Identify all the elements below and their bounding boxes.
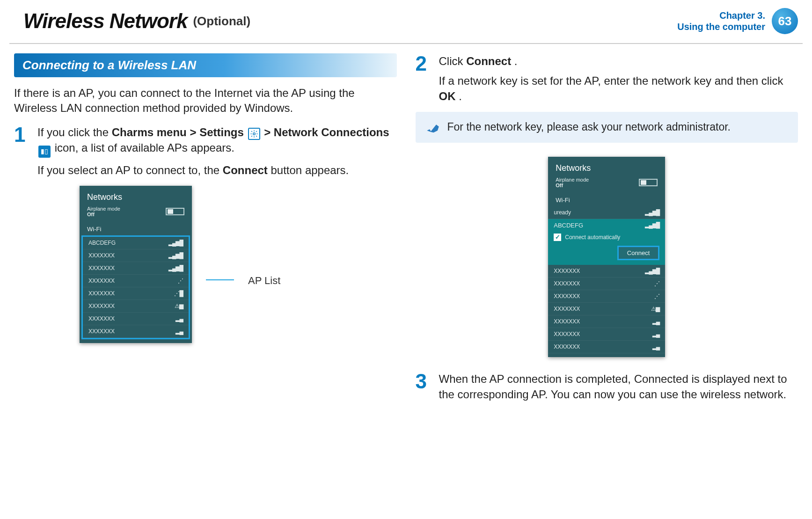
ap-row[interactable]: XXXXXXX▂▄ — [548, 341, 665, 353]
settings-label: Settings — [199, 126, 244, 139]
ap-name: XXXXXXX — [554, 306, 580, 312]
ap-selected-block: ABCDEFG ▂▄▆█ ✓ Connect automatically Con… — [548, 219, 665, 265]
step-1-body: If you click the Charms menu > Settings … — [37, 124, 397, 178]
step-1-line2-b: button appears. — [271, 164, 349, 176]
selected-ap-name: ABCDEFG — [554, 222, 583, 229]
note-box: For the network key, please ask your net… — [416, 112, 798, 143]
step-2-number: 2 — [416, 53, 432, 104]
signal-icon: ▂▄ — [652, 344, 660, 350]
ap-row[interactable]: XXXXXXX⋰ — [83, 275, 189, 287]
charms-menu-label: Charms menu — [112, 126, 187, 139]
ap-row[interactable]: XXXXXXX⚠▆ — [83, 300, 189, 313]
airplane-mode-toggle[interactable] — [166, 208, 184, 215]
wifi-section-label: Wi-Fi — [80, 222, 192, 235]
ap-name: XXXXXXX — [88, 315, 115, 322]
signal-icon: ⋰█ — [174, 290, 183, 297]
step-1-text-a: If you click the — [37, 126, 112, 139]
ap-list-callout: AP List — [248, 275, 280, 287]
ap-name: XXXXXXX — [88, 328, 115, 335]
ap-name: XXXXXXX — [88, 278, 115, 284]
ap-row[interactable]: XXXXXXX▂▄▆█ — [83, 249, 189, 262]
section-intro: If there is an AP, you can connect to th… — [14, 86, 397, 116]
signal-icon: ⚠▆ — [175, 303, 183, 309]
step-1-number: 1 — [14, 124, 30, 178]
signal-icon: ▂▄▆█ — [168, 265, 183, 271]
page-number-badge: 63 — [772, 8, 798, 34]
ap-row[interactable]: XXXXXXX▂▄ — [83, 325, 189, 338]
airplane-mode-row-2: Airplane mode Off — [548, 176, 665, 193]
ap-row[interactable]: XXXXXXX⚠▆ — [548, 303, 665, 315]
step-2-ok-bold: OK — [439, 90, 456, 102]
signal-icon: ⋰ — [654, 293, 659, 300]
right-column: 2 Click Connect . If a network key is se… — [416, 53, 798, 410]
ap-row[interactable]: XXXXXXX▂▄ — [548, 315, 665, 328]
section-heading: Connecting to a Wireless LAN — [14, 53, 397, 77]
network-connections-icon: ▮▯ — [38, 146, 51, 158]
ap-name: XXXXXXX — [554, 293, 580, 300]
chapter-label: Chapter 3. Using the computer — [677, 10, 765, 32]
callout-line — [206, 279, 234, 280]
step-1: 1 If you click the Charms menu > Setting… — [14, 124, 397, 178]
ap-row[interactable]: XXXXXXX▂▄ — [548, 328, 665, 341]
airplane-mode-label-2: Airplane mode — [556, 177, 589, 183]
step-2-line1-c: . — [514, 55, 518, 67]
ap-row[interactable]: XXXXXXX▂▄ — [83, 313, 189, 325]
networks-panel-2-wrap: Networks Airplane mode Off Wi-Fi uready … — [416, 157, 798, 357]
step-1-line2-a: If you select an AP to connect to, the — [37, 164, 223, 176]
ap-row[interactable]: XXXXXXX⋰█ — [83, 287, 189, 300]
header-accent — [9, 5, 14, 37]
ap-name: XXXXXXX — [88, 303, 115, 309]
step-2: 2 Click Connect . If a network key is se… — [416, 53, 798, 104]
note-icon — [425, 119, 441, 135]
connect-auto-label: Connect automatically — [565, 234, 620, 241]
ap-name: XXXXXXX — [88, 265, 115, 271]
airplane-mode-row: Airplane mode Off — [80, 205, 192, 222]
sep-2: > — [264, 126, 274, 139]
signal-icon: ▂▄▆█ — [645, 209, 659, 216]
step-3-body: When the AP connection is completed, Con… — [439, 371, 798, 402]
ap-name: XXXXXXX — [88, 290, 115, 297]
ap-row[interactable]: XXXXXXX⋰ — [548, 278, 665, 290]
ap-row[interactable]: XXXXXXX▂▄▆█ — [548, 265, 665, 278]
page-subtitle: (Optional) — [193, 14, 250, 29]
checkbox-icon[interactable]: ✓ — [554, 234, 561, 241]
signal-icon: ▂▄▆█ — [645, 222, 659, 229]
wifi-section-label-2: Wi-Fi — [548, 193, 665, 206]
step-2-line2-c: . — [459, 90, 462, 102]
airplane-mode-toggle-2[interactable] — [639, 179, 658, 186]
page-title: Wireless Network — [23, 9, 187, 33]
sep-1: > — [190, 126, 199, 139]
networks-panel-2: Networks Airplane mode Off Wi-Fi uready … — [548, 157, 665, 357]
ap-row-uready[interactable]: uready ▂▄▆█ — [548, 206, 665, 219]
chapter-line-2: Using the computer — [677, 21, 765, 32]
airplane-mode-label: Airplane mode — [87, 206, 120, 212]
left-column: Connecting to a Wireless LAN If there is… — [14, 53, 397, 410]
signal-icon: ▂▄▆█ — [168, 252, 183, 259]
signal-icon: ⋰ — [178, 278, 183, 284]
ap-row[interactable]: XXXXXXX⋰ — [548, 290, 665, 303]
ap-name: XXXXXXX — [554, 268, 580, 274]
step-1-text-b: icon, a list of available APs appears. — [55, 141, 234, 154]
signal-icon: ▂▄▆█ — [645, 268, 659, 274]
ap-row[interactable]: XXXXXXX▂▄▆█ — [83, 262, 189, 275]
ap-name: XXXXXXX — [554, 280, 580, 287]
step-2-body: Click Connect . If a network key is set … — [439, 53, 798, 104]
ap-row[interactable]: ABCDEFG▂▄▆█ — [83, 237, 189, 249]
connect-label: Connect — [223, 164, 268, 176]
step-2-line2-a: If a network key is set for the AP, ente… — [439, 74, 783, 87]
step-3-number: 3 — [416, 371, 432, 402]
ap-name: ABCDEFG — [88, 240, 116, 246]
ap-name: XXXXXXX — [554, 344, 580, 350]
connect-auto-row[interactable]: ✓ Connect automatically — [554, 234, 659, 241]
panel2-title: Networks — [548, 163, 665, 176]
connect-button[interactable]: Connect — [617, 246, 659, 260]
networks-panel-1-wrap: Networks Airplane mode Off Wi-Fi ABCDEFG… — [80, 186, 397, 343]
panel1-title: Networks — [80, 192, 192, 205]
signal-icon: ▂▄ — [652, 318, 660, 325]
airplane-mode-state: Off — [87, 212, 95, 217]
chapter-line-1: Chapter 3. — [677, 10, 765, 21]
airplane-mode-state-2: Off — [556, 183, 563, 188]
ap-name: XXXXXXX — [88, 252, 115, 259]
signal-icon: ⋰ — [654, 280, 659, 287]
gear-icon — [248, 128, 260, 140]
